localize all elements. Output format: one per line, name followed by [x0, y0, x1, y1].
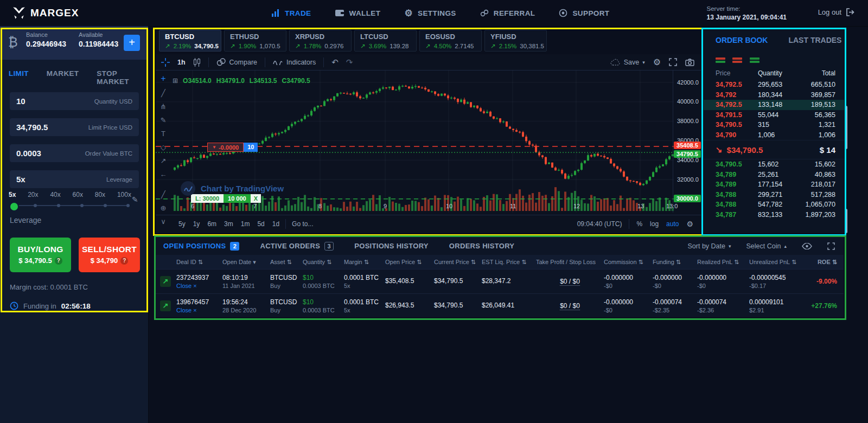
order-line-qty[interactable]: 10 [244, 143, 258, 152]
ticker-btcusd[interactable]: BTCUSD ↗2.19%34,790.5 [159, 30, 221, 52]
nav-item-support[interactable]: SUPPORT [559, 9, 609, 17]
ticker-eosusd[interactable]: EOSUSD ↗4.50%2.7145 [419, 30, 482, 52]
tab-orders-history[interactable]: ORDERS HISTORY [449, 242, 515, 250]
book-view-bids-icon[interactable] [750, 57, 760, 65]
tab-positions-history[interactable]: POSITIONS HISTORY [354, 242, 429, 250]
scrollbar-thumb[interactable] [845, 106, 847, 149]
nav-item-settings[interactable]: ⚙ SETTINGS [404, 8, 456, 19]
ask-row[interactable]: 34,790.53151,321 [704, 120, 844, 130]
range-1d[interactable]: 1d [272, 220, 279, 228]
tab-order-book[interactable]: ORDER BOOK [716, 36, 768, 44]
undo-icon[interactable]: ↶ [331, 57, 339, 67]
eye-icon[interactable] [802, 243, 812, 249]
position-chart-icon[interactable]: ↗ [160, 276, 171, 287]
interval-button[interactable]: 1h [177, 59, 186, 66]
mark-100x[interactable]: 80x [95, 191, 105, 198]
tab-stop-market[interactable]: STOP MARKET [97, 69, 148, 86]
ask-row-highlighted[interactable]: 34,792.5133,148189,513 [704, 100, 844, 110]
book-view-both-icon[interactable] [716, 57, 725, 65]
expand-panel-icon[interactable] [827, 242, 835, 250]
tp-sl-value[interactable]: $0 / $0 [560, 302, 580, 310]
col-roe[interactable]: ROE ⇅ [809, 259, 839, 266]
col-margin[interactable]: Margin ⇅ [344, 259, 385, 266]
buy-long-button[interactable]: BUY/LONG $ 34,790.5? [10, 238, 71, 272]
range-5d[interactable]: 5d [257, 220, 264, 228]
select-coin-dropdown[interactable]: Select Coin▴ [746, 242, 787, 250]
range-3m[interactable]: 3m [224, 220, 233, 228]
position-chart-icon[interactable]: ↗ [160, 300, 171, 311]
camera-icon[interactable] [685, 59, 694, 66]
tab-limit[interactable]: LIMIT [9, 69, 29, 86]
order-value-field[interactable]: 0.0003 Order Value BTC [10, 144, 139, 162]
limit-price-field[interactable]: 34,790.5 Limit Price USD [10, 118, 139, 136]
redo-icon[interactable]: ↷ [346, 57, 353, 67]
bid-row[interactable]: 34,788547,7821,065,070 [704, 200, 844, 210]
quantity-field[interactable]: 10 Quantity USD [10, 92, 139, 110]
deposit-button[interactable]: + [124, 35, 140, 51]
col-realized-pnl[interactable]: Realized PnL ⇅ [697, 259, 749, 266]
col-funding[interactable]: Funding ⇅ [653, 259, 697, 266]
candles-icon[interactable] [193, 58, 201, 67]
compare-button[interactable]: Compare [216, 58, 257, 66]
ask-row[interactable]: 34,792.5295,653665,510 [704, 80, 844, 90]
col-open-price[interactable]: Open Price ⇅ [385, 259, 434, 266]
bid-row[interactable]: 34,78925,26140,863 [704, 170, 844, 180]
chart-settings-icon[interactable]: ⚙ [653, 57, 661, 67]
goto-button[interactable]: Go to... [292, 220, 313, 228]
tab-active-orders[interactable]: ACTIVE ORDERS 3 [260, 242, 334, 251]
auto-scale-button[interactable]: auto [666, 220, 679, 228]
percent-scale-button[interactable]: % [636, 220, 642, 228]
logout-button[interactable]: Log out [818, 8, 855, 16]
log-scale-button[interactable]: log [650, 220, 659, 228]
col-deal-id[interactable]: Deal ID ⇅ [176, 259, 222, 266]
sell-help-icon[interactable]: ? [120, 257, 128, 265]
mark-5x[interactable]: 5x [9, 191, 16, 198]
close-position-button[interactable]: Close × [176, 283, 197, 289]
leverage-slider-knob[interactable] [9, 202, 19, 211]
ticker-xrpusd[interactable]: XRPUSD ↗1.78%0.2976 [289, 30, 352, 52]
col-unrealized-pnl[interactable]: Unrealized PnL ⇅ [749, 259, 809, 266]
close-position-button[interactable]: Close × [176, 307, 197, 313]
order-line-label[interactable]: ▼-0.0000 10 [207, 143, 258, 152]
sort-by-dropdown[interactable]: Sort by Date▾ [688, 242, 731, 250]
range-1y[interactable]: 1y [193, 220, 200, 228]
ask-row[interactable]: 34,7901,0061,006 [704, 130, 844, 140]
range-5y[interactable]: 5y [178, 220, 186, 228]
nav-item-trade[interactable]: TRADE [271, 9, 311, 17]
tab-open-positions[interactable]: OPEN POSITIONS 2 [163, 242, 239, 251]
tab-market[interactable]: MARKET [47, 69, 79, 86]
range-1m[interactable]: 1m [241, 220, 250, 228]
bid-row[interactable]: 34,789177,154218,017 [704, 180, 844, 190]
col-commission[interactable]: Commission ⇅ [604, 259, 653, 266]
bid-row[interactable]: 34,787832,1331,897,203 [704, 210, 844, 220]
ticker-yfiusd[interactable]: YFIUSD ↗2.15%30,381.5 [484, 30, 547, 52]
indicators-button[interactable]: Indicators [273, 59, 316, 66]
book-view-asks-icon[interactable] [732, 57, 742, 65]
buy-help-icon[interactable]: ? [55, 257, 62, 265]
range-6m[interactable]: 6m [207, 220, 216, 228]
crosshair-icon[interactable] [161, 58, 170, 67]
mark-40x[interactable]: 40x [50, 191, 60, 198]
mark-100x[interactable]: 100x [117, 191, 131, 198]
price-axis[interactable]: 42000.0 40000.0 38000.0 36000.0 34000.0 … [673, 70, 701, 213]
bid-row[interactable]: 34,788299,271517,288 [704, 190, 844, 200]
legend-grid-icon[interactable]: ⊞ [173, 77, 178, 85]
leverage-field[interactable]: 5x Leverage [10, 170, 139, 188]
sell-short-button[interactable]: SELL/SHORT $ 34,790? [79, 238, 140, 272]
ticker-ethusd[interactable]: ETHUSD ↗1.90%1,070.5 [224, 30, 286, 52]
tab-last-trades[interactable]: LAST TRADES [788, 36, 841, 44]
mark-60x[interactable]: 60x [73, 191, 83, 198]
col-asset[interactable]: Asset ⇅ [270, 259, 303, 266]
col-liq-price[interactable]: EST Liq. Price ⇅ [482, 259, 536, 266]
scrollbar-thumb[interactable] [845, 209, 847, 233]
ask-row[interactable]: 34,792180,344369,857 [704, 90, 844, 100]
margex-logo[interactable]: MARGEX [12, 6, 79, 20]
fullscreen-icon[interactable] [669, 58, 677, 66]
nav-item-referral[interactable]: REFERRAL [480, 9, 535, 17]
ask-row[interactable]: 34,791.555,04456,365 [704, 110, 844, 120]
nav-item-wallet[interactable]: WALLET [335, 9, 381, 17]
col-quantity[interactable]: Quantity ⇅ [303, 259, 344, 266]
pencil-icon[interactable]: ✎ [132, 195, 138, 204]
ticker-ltcusd[interactable]: LTCUSD ↗3.69%139.28 [354, 30, 417, 52]
mark-20x[interactable]: 20x [28, 191, 38, 198]
